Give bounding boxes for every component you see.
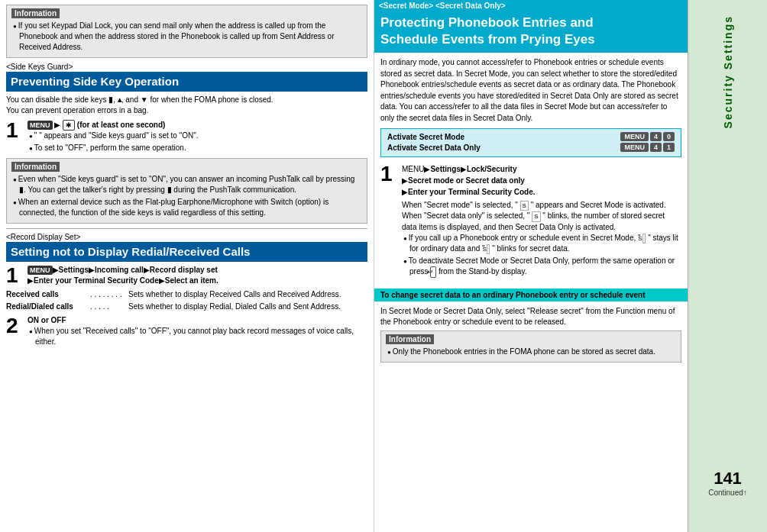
record-display-title: Setting not to Display Redial/Received C… [6,242,367,262]
activate-label-2: Activate Secret Data Only [387,143,481,152]
table-value-redial: Sets whether to display Redial, Dialed C… [128,301,367,312]
sidebar: Security Settings 141 Continued↑ [688,0,767,532]
activate-row-2: Activate Secret Data Only MENU 4 1 [387,143,675,152]
right-step1-sub: When "Secret mode" is selected, " S " ap… [402,200,681,232]
key-4-badge-1: 4 [650,132,662,141]
menu-badge-2: MENU [620,143,649,152]
menu-badge-1: MENU [620,132,649,141]
info-box-mid: Information Even when "Side keys guard" … [6,158,367,224]
info-box-top-bullet-1: If you set Keypad Dial Lock, you can sen… [11,21,362,53]
activate-keys-2: MENU 4 1 [620,143,675,152]
record-display-section: <Record Display Set> Setting not to Disp… [6,233,367,349]
activate-box: Activate Secret Mode MENU 4 0 Activate S… [380,128,681,157]
sidebar-continued: Continued↑ [708,488,747,501]
info-box-mid-header: Information [11,162,60,172]
right-step1-bullet1: If you call up a Phonebook entry or sche… [402,233,681,254]
record-step-number-1: 1 [6,265,24,286]
step-number-1: 1 [6,120,24,141]
left-column: Information If you set Keypad Dial Lock,… [0,0,374,532]
right-step-content-1: MENU▶Settings▶Lock/Security▶Secret mode … [402,163,681,279]
info-box-top-header: Information [11,8,60,18]
info-mid-bullet1: Even when "Side keys guard" is set to "O… [11,174,362,195]
record-step-content-2: ON or OFF When you set "Received calls" … [28,315,367,349]
page-number: 141 [708,469,747,488]
record-display-step1: 1 MENU▶Settings▶Incoming call▶Record dis… [6,265,367,286]
right-body: In ordinary mode, you cannot access/refe… [374,53,688,288]
key-1-badge: 1 [663,143,675,152]
side-keys-step1: 1 MENU ▶ ✱ (for at least one second) " "… [6,120,367,156]
record-step-number-2: 2 [6,315,24,337]
table-value-received: Sets whether to display Received Calls a… [128,289,367,300]
right-column: <Secret Mode> <Secret Data Only> Protect… [374,0,688,532]
activate-row-1: Activate Secret Mode MENU 4 0 [387,132,675,141]
key-0-badge: 0 [663,132,675,141]
menu-key-2: MENU [28,266,53,276]
right-body-text: In ordinary mode, you cannot access/refe… [380,57,681,124]
key-4-badge-2: 4 [650,143,662,152]
record-display-tag: <Record Display Set> [6,233,367,241]
sidebar-title: Security Settings [722,15,734,128]
side-keys-section: <Side Keys Guard> Preventing Side Key Op… [6,63,367,224]
table-row-redial: Redial/Dialed calls . . . . . Sets wheth… [6,301,367,312]
activate-label-1: Activate Secret Mode [387,133,464,141]
table-dots-redial: . . . . . [90,301,128,312]
section-divider [6,228,367,229]
table-label-redial: Redial/Dialed calls [6,301,90,312]
info-box-bottom-header: Information [386,334,434,344]
step1-bullet1: " " appears and "Side keys guard" is set… [28,131,367,141]
right-step-number-1: 1 [380,163,399,185]
info-box-bottom-bullet1: Only the Phonebook entries in the FOMA p… [386,347,676,357]
star-key: ✱ [63,120,75,131]
info-box-bottom: Information Only the Phonebook entries i… [380,330,681,363]
side-keys-title: Preventing Side Key Operation [6,72,367,92]
right-step1-bullet2: To deactivate Secret Mode or Secret Data… [402,256,681,278]
table-row-received: Received calls . . . . . . . . Sets whet… [6,289,367,300]
step1-bullet2: To set to "OFF", perform the same operat… [28,143,367,153]
table-dots-received: . . . . . . . . [90,289,128,300]
right-menu-key: MENU [402,165,424,173]
side-keys-tag: <Side Keys Guard> [6,63,367,71]
info-box-top: Information If you set Keypad Dial Lock,… [6,5,367,58]
side-keys-body: You can disable the side keys ▮, ▴, and … [6,95,367,117]
right-sub-body-text: In Secret Mode or Secret Data Only, sele… [380,306,681,327]
info-box-bottom-wrapper: Information Only the Phonebook entries i… [374,330,688,363]
cyan-section: To change secret data to an ordinary Pho… [374,289,688,301]
right-title: Protecting Phonebook Entries andSchedule… [374,11,688,53]
table-label-received: Received calls [6,289,90,300]
record-display-step2: 2 ON or OFF When you set "Received calls… [6,315,367,349]
menu-key: MENU [28,121,53,131]
right-sub-body: In Secret Mode or Secret Data Only, sele… [374,305,688,330]
activate-keys-1: MENU 4 0 [620,132,675,141]
right-step-1: 1 MENU▶Settings▶Lock/Security▶Secret mod… [380,163,681,279]
info-mid-bullet2: When an external device such as the Flat… [11,197,362,218]
right-header: <Secret Mode> <Secret Data Only> [374,0,688,11]
step-content-1: MENU ▶ ✱ (for at least one second) " " a… [28,120,367,156]
record-step-content-1: MENU▶Settings▶Incoming call▶Record displ… [28,265,367,286]
record-step2-bullet: When you set "Received calls" to "OFF", … [28,326,367,347]
